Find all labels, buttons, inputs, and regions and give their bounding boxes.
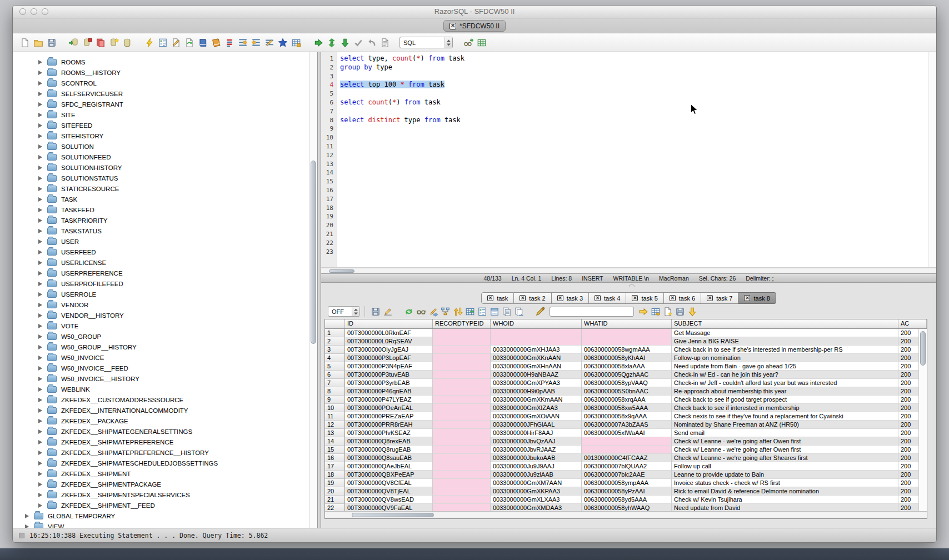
sidebar-item-rooms[interactable]: ROOMS xyxy=(13,57,317,67)
editor-line[interactable]: 20 xyxy=(321,221,928,230)
cell-recordtypeid[interactable] xyxy=(433,446,491,454)
cell-whoid[interactable]: 0033000000HirF8AAJ xyxy=(491,429,582,437)
close-tab-icon[interactable]: ✕ xyxy=(707,295,713,301)
execute-lightning-icon[interactable] xyxy=(143,36,156,49)
table-row[interactable]: 1300T3000000PfvKSEAZ0033000000HirF8AAJ00… xyxy=(325,429,927,437)
cell-id[interactable]: 00T3000000Q8rugEAB xyxy=(345,446,433,454)
disclosure-triangle-icon[interactable] xyxy=(25,514,29,518)
sidebar-scrollbar-thumb[interactable] xyxy=(311,161,316,344)
result-tab-task-7[interactable]: ✕task 7 xyxy=(701,292,738,304)
editor-line[interactable]: 15 xyxy=(321,177,928,186)
favorites-star-icon[interactable] xyxy=(276,36,289,49)
sidebar-item-sfdc-registrant[interactable]: SFDC_REGISTRANT xyxy=(13,99,317,109)
cell-subject[interactable]: Give Jenn a BIG RAISE xyxy=(672,337,898,346)
disclosure-triangle-icon[interactable] xyxy=(38,292,42,297)
cell-subject[interactable]: Check-in w/ Ed - can he join this year? xyxy=(672,371,898,379)
disclosure-triangle-icon[interactable] xyxy=(38,92,42,96)
execute-sql-icon[interactable] xyxy=(312,36,325,49)
pane-divider-handle[interactable] xyxy=(321,283,936,289)
cell-id[interactable]: 00T3000000P3LopEAF xyxy=(345,354,433,362)
sidebar-item-userpreference[interactable]: USERPREFERENCE xyxy=(13,268,317,278)
editor-line[interactable]: 21 xyxy=(321,230,928,239)
new-file-icon[interactable] xyxy=(18,36,32,49)
generate-sql-icon[interactable] xyxy=(662,306,674,318)
cell-whoid[interactable]: 0033000000GmXKnAAN xyxy=(491,354,582,362)
disclosure-triangle-icon[interactable] xyxy=(38,81,42,86)
preview-query-icon[interactable] xyxy=(462,36,475,49)
cell-recordtypeid[interactable] xyxy=(433,371,491,379)
result-tab-task-5[interactable]: ✕task 5 xyxy=(626,292,663,304)
cell-subject[interactable]: Leanne to provide update to Bain xyxy=(672,471,898,479)
results-grid-icon[interactable] xyxy=(475,36,488,49)
table-row[interactable]: 700T3000000P3yrbEAB0033000000GmXPYAA3006… xyxy=(325,379,927,387)
save-results-icon[interactable] xyxy=(369,306,382,318)
cell-whatid[interactable] xyxy=(582,337,672,346)
cell-whatid[interactable]: 006300000058yKhAAI xyxy=(582,354,672,362)
disclosure-triangle-icon[interactable] xyxy=(38,208,42,212)
cell-recordtypeid[interactable] xyxy=(433,387,491,396)
cell-recordtypeid[interactable] xyxy=(433,479,491,487)
edit-mode-icon[interactable] xyxy=(382,306,394,318)
disclosure-triangle-icon[interactable] xyxy=(38,493,42,497)
disclosure-triangle-icon[interactable] xyxy=(38,102,42,107)
cell-whatid[interactable]: 006300000058xlaAAA xyxy=(582,362,672,371)
sidebar-item-sitefeed[interactable]: SITEFEED xyxy=(13,120,317,131)
add-connection-icon[interactable] xyxy=(107,36,121,49)
table-row[interactable]: 800T3000000P46qnEAB0033000000H9i0pAAB006… xyxy=(325,387,927,396)
result-tab-task[interactable]: ✕task xyxy=(481,292,514,304)
sidebar-item-zkfedex-shipment[interactable]: ZKFEDEX__SHIPMENT xyxy=(13,468,317,479)
editor-line[interactable]: 13 xyxy=(321,160,928,169)
cell-id[interactable]: 00T3000000Q8sauEAB xyxy=(345,454,433,462)
table-row[interactable]: 500T3000000P3N4pEAF0033000000GmXHnAAN006… xyxy=(325,362,927,371)
cell-whoid[interactable]: 0033000000JbvQzAAJ xyxy=(491,437,582,446)
cell-subject[interactable]: Follow up call xyxy=(672,462,898,471)
cell-id[interactable]: 00T3000000P47LYEAZ xyxy=(345,396,433,404)
cell-whatid[interactable] xyxy=(582,437,672,446)
table-row[interactable]: 100T3000000L0RknEAFGet Massage200 xyxy=(325,329,927,337)
cell-id[interactable]: 00T3000000OiyJgEAJ xyxy=(345,346,433,354)
table-row[interactable]: 1600T3000000Q8sauEAB0033000000JbukoAAB00… xyxy=(325,454,927,462)
cell-whatid[interactable]: 00630000007blQUAA2 xyxy=(582,462,672,471)
mode-select[interactable]: SQL xyxy=(399,37,453,48)
cell-recordtypeid[interactable] xyxy=(433,487,491,496)
sidebar-item-w50-invoice[interactable]: W50_INVOICE xyxy=(13,352,317,363)
grid-hscroll-thumb[interactable] xyxy=(352,513,434,517)
sidebar-item-user[interactable]: USER xyxy=(13,236,317,247)
cell-id[interactable]: 00T3000000QV8TjEAL xyxy=(345,487,433,496)
sort-rows-icon[interactable] xyxy=(452,306,464,318)
sidebar-item-userprofilefeed[interactable]: USERPROFILEFEED xyxy=(13,278,317,289)
disclosure-triangle-icon[interactable] xyxy=(38,261,42,265)
cell-id[interactable]: 00T3000000P3N4pEAF xyxy=(345,362,433,371)
sidebar-item-task[interactable]: TASK xyxy=(13,194,317,204)
result-tab-task-8[interactable]: ✕task 8 xyxy=(738,292,776,304)
cell-id[interactable]: 00T3000000QBXPeEAP xyxy=(345,471,433,479)
view-record-icon[interactable] xyxy=(488,306,501,318)
sidebar-item-zkfedex-internationalcommodity[interactable]: ZKFEDEX__INTERNATIONALCOMMODITY xyxy=(13,405,317,416)
fetch-more-icon[interactable] xyxy=(686,306,698,318)
close-connection-icon[interactable] xyxy=(94,36,107,49)
cell-id[interactable]: 00T3000000QAeJbEAL xyxy=(345,462,433,471)
save-export-icon[interactable] xyxy=(674,306,686,318)
result-tab-task-4[interactable]: ✕task 4 xyxy=(589,292,626,304)
cell-id[interactable]: 00T3000000P46qnEAB xyxy=(345,387,433,396)
cell-recordtypeid[interactable] xyxy=(433,504,491,511)
column-tree-icon[interactable] xyxy=(439,306,452,318)
disclosure-triangle-icon[interactable] xyxy=(38,176,42,181)
sidebar-scrollbar[interactable] xyxy=(309,52,317,528)
database-icon[interactable] xyxy=(121,36,134,49)
sidebar-item-sitehistory[interactable]: SITEHISTORY xyxy=(13,131,317,141)
cell-whoid[interactable] xyxy=(491,337,582,346)
editor-line[interactable]: 17 xyxy=(321,195,928,204)
table-row[interactable]: 1700T3000000QAeJbEAL0033000000Ju9J9AAJ00… xyxy=(325,462,927,471)
select-columns-icon[interactable] xyxy=(476,306,488,318)
disclosure-triangle-icon[interactable] xyxy=(25,524,29,528)
cell-whoid[interactable]: 0033000000GmXKPAA3 xyxy=(491,487,582,496)
cell-whatid[interactable]: 00630000007blc2AAE xyxy=(582,471,672,479)
cell-subject[interactable]: Invoice status check - check w/ RS first xyxy=(672,479,898,487)
sidebar-item-taskfeed[interactable]: TASKFEED xyxy=(13,204,317,215)
editor-line[interactable]: 19 xyxy=(321,212,928,221)
cell-subject[interactable]: Check-in w/ Jeff - couldn't afford last … xyxy=(672,379,898,387)
editor-horizontal-scrollbar[interactable] xyxy=(321,268,936,273)
close-tab-icon[interactable]: ✕ xyxy=(670,295,676,301)
disclosure-triangle-icon[interactable] xyxy=(38,239,42,244)
